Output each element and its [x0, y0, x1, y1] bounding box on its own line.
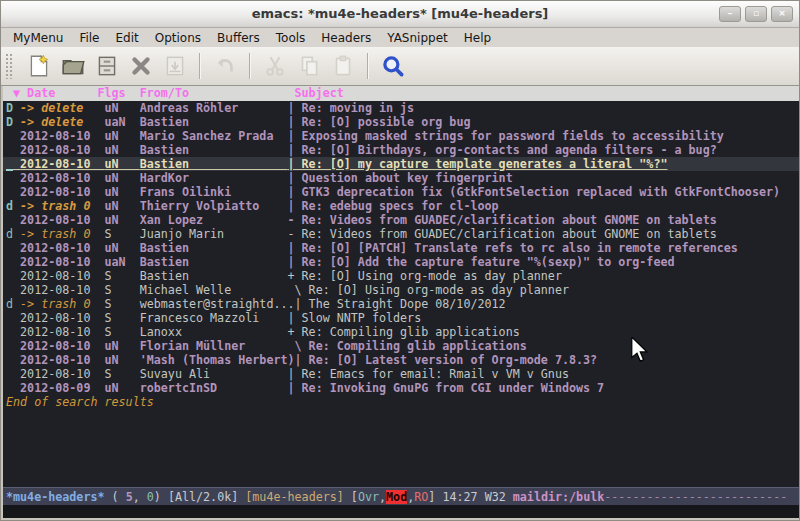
undo-button[interactable]: [208, 50, 242, 82]
message-row[interactable]: d -> trash 0 uN Thierry Volpiatto | Re: …: [3, 199, 799, 213]
menu-item-buffers[interactable]: Buffers: [209, 31, 268, 45]
modeline-segment: [All/2.0k]: [168, 490, 245, 504]
undo-icon: [212, 53, 238, 79]
flags-cell: uN: [105, 129, 140, 143]
date-cell: 2012-08-10: [20, 353, 104, 367]
message-row[interactable]: 2012-08-10 S Bastien + Re: [O] Using org…: [3, 269, 799, 283]
modeline-segment: 5: [126, 490, 133, 504]
subject-cell: \ Re: Compiling glib applications: [288, 339, 527, 353]
modeline-segment: [mu4e-headers]: [245, 490, 351, 504]
flags-cell: uN: [105, 381, 140, 395]
flags-cell: uN: [105, 101, 140, 115]
message-row[interactable]: 2012-08-10 uaN Bastien | Re: [O] Add the…: [3, 255, 799, 269]
emacs-window: emacs: *mu4e-headers* [mu4e-headers] – ▫…: [0, 0, 800, 521]
message-row[interactable]: D -> delete uN Andreas Röhler | Re: movi…: [3, 101, 799, 115]
date-cell: -> trash 0: [20, 199, 104, 213]
modeline-segment: ]: [428, 490, 442, 504]
flags-cell: uN: [105, 157, 140, 171]
modeline-segment: 14:27 W32: [442, 490, 512, 504]
toolbar-separator: [199, 53, 201, 79]
from-cell: Suvayu Ali: [140, 367, 288, 381]
from-cell: Francesco Mazzoli: [140, 311, 288, 325]
message-row[interactable]: 2012-08-10 S Michael Welle \ Re: [O] Usi…: [3, 283, 799, 297]
message-row[interactable]: 2012-08-10 uN Xan Lopez - Re: Videos fro…: [3, 213, 799, 227]
titlebar[interactable]: emacs: *mu4e-headers* [mu4e-headers] – ▫…: [1, 1, 799, 28]
save-as-button[interactable]: [158, 50, 192, 82]
modeline-segment: maildir:/bulk: [513, 490, 604, 504]
message-row[interactable]: 2012-08-10 uN Bastien | Re: [O] Birthday…: [3, 143, 799, 157]
headers-column-header[interactable]: ▼ Date Flgs From/To Subject: [3, 86, 799, 101]
subject-cell: | Re: moving in js: [288, 101, 415, 115]
message-row[interactable]: 2012-08-10 S Francesco Mazzoli | Slow NN…: [3, 311, 799, 325]
menu-item-file[interactable]: File: [71, 31, 107, 45]
message-row[interactable]: 2012-08-10 uN HardKor | Question about k…: [3, 171, 799, 185]
mark-cell: d: [6, 199, 20, 213]
date-cell: -> trash 0: [20, 297, 104, 311]
from-cell: webmaster@straightd...: [140, 297, 295, 311]
from-cell: Michael Welle: [140, 283, 288, 297]
minimize-button[interactable]: –: [719, 6, 741, 22]
toolbar-drag-handle[interactable]: [5, 53, 14, 79]
message-row[interactable]: d -> trash 0 S webmaster@straightd...| T…: [3, 297, 799, 311]
date-cell: 2012-08-10: [20, 283, 104, 297]
maximize-button[interactable]: ▫: [745, 6, 767, 22]
copy-button[interactable]: [292, 50, 326, 82]
subject-cell: | Re: Emacs for email: Rmail v VM v Gnus: [288, 367, 569, 381]
close-button[interactable]: ×: [771, 6, 793, 22]
from-cell: Thierry Volpiatto: [140, 199, 288, 213]
date-cell: 2012-08-10: [20, 143, 104, 157]
date-cell: 2012-08-10: [20, 171, 104, 185]
save-icon: [94, 53, 120, 79]
toolbar: [1, 47, 799, 86]
mark-cell: D: [6, 115, 20, 129]
save-button[interactable]: [90, 50, 124, 82]
message-row[interactable]: 2012-08-10 S Lanoxx + Re: Compiling glib…: [3, 325, 799, 339]
open-folder-button[interactable]: [56, 50, 90, 82]
new-file-button[interactable]: [22, 50, 56, 82]
close-x-icon: [128, 53, 154, 79]
subject-cell: + Re: [O] Using org-mode as day planner: [288, 269, 562, 283]
date-cell: -> delete: [20, 115, 104, 129]
echo-area[interactable]: [3, 505, 799, 518]
menu-item-edit[interactable]: Edit: [108, 31, 147, 45]
menu-item-headers[interactable]: Headers: [313, 31, 379, 45]
message-row[interactable]: 2012-08-10 uN Mario Sanchez Prada | Expo…: [3, 129, 799, 143]
message-row[interactable]: 2012-08-10 S Suvayu Ali | Re: Emacs for …: [3, 367, 799, 381]
from-cell: HardKor: [140, 171, 288, 185]
flags-cell: uN: [105, 199, 140, 213]
modeline-segment: Mod: [386, 490, 407, 504]
cut-button[interactable]: [258, 50, 292, 82]
message-row[interactable]: 2012-08-10 uN Frans Oilinki | GTK3 depre…: [3, 185, 799, 199]
date-cell: 2012-08-10: [20, 339, 104, 353]
modeline-segment: ): [154, 490, 168, 504]
modeline-segment: *mu4e-headers*: [6, 490, 105, 504]
message-row[interactable]: d -> trash 0 S Juanjo Marin - Re: Videos…: [3, 227, 799, 241]
menu-item-help[interactable]: Help: [456, 31, 499, 45]
paste-clipboard-icon: [330, 53, 356, 79]
window-controls: – ▫ ×: [719, 6, 793, 22]
menu-item-yasnippet[interactable]: YASnippet: [379, 31, 456, 45]
menu-item-tools[interactable]: Tools: [268, 31, 314, 45]
menu-item-mymenu[interactable]: MyMenu: [5, 31, 71, 45]
from-cell: Bastien: [140, 143, 288, 157]
message-row[interactable]: 2012-08-09 uN robertcInSD | Re: Invoking…: [3, 381, 799, 395]
mark-cell: [6, 255, 20, 269]
subject-cell: - Re: Videos from GUADEC/clarification a…: [288, 213, 717, 227]
search-button[interactable]: [376, 50, 410, 82]
message-row[interactable]: D -> delete uaN Bastien | Re: [O] possib…: [3, 115, 799, 129]
close-buffer-button[interactable]: [124, 50, 158, 82]
menu-item-options[interactable]: Options: [147, 31, 209, 45]
message-row[interactable]: 2012-08-10 uN Bastien | Re: [O] [PATCH] …: [3, 241, 799, 255]
modeline-segment: Ovr: [358, 490, 379, 504]
mark-cell: [6, 353, 20, 367]
subject-cell: | The Straight Dope 08/10/2012: [295, 297, 506, 311]
modeline-segment: (: [105, 490, 126, 504]
date-cell: -> delete: [20, 101, 104, 115]
message-row[interactable]: 2012-08-10 uN Bastien | Re: [O] my captu…: [3, 157, 799, 171]
mode-line[interactable]: *mu4e-headers* ( 5, 0) [All/2.0k] [mu4e-…: [3, 487, 799, 505]
paste-button[interactable]: [326, 50, 360, 82]
modeline-segment: RO: [414, 490, 428, 504]
message-row[interactable]: 2012-08-10 uN Florian Müllner \ Re: Comp…: [3, 339, 799, 353]
message-row[interactable]: 2012-08-10 uN 'Mash (Thomas Herbert)| Re…: [3, 353, 799, 367]
modeline-segment: --------------------------: [604, 490, 787, 504]
